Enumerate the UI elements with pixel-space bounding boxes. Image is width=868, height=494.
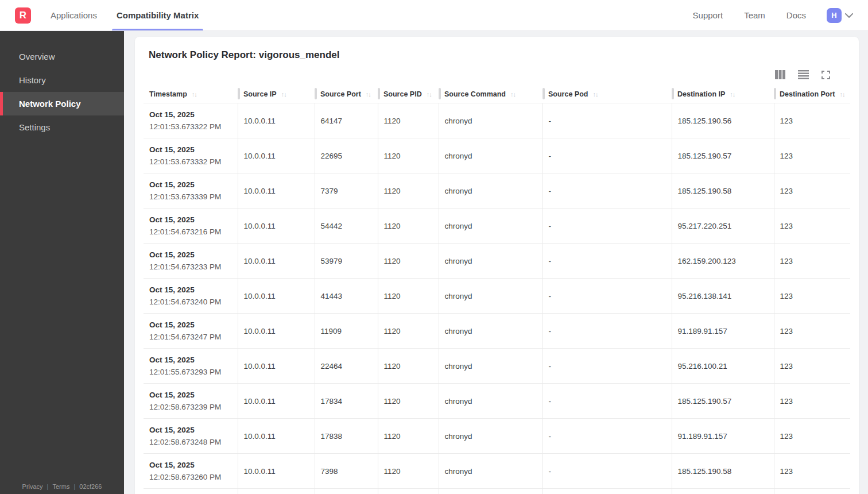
column-resize-handle[interactable] [542, 88, 545, 99]
column-resize-handle[interactable] [774, 88, 776, 99]
timestamp-time: 12:01:54.673233 PM [149, 261, 233, 273]
cell-timestamp: Oct 15, 202512:01:55.673293 PM [144, 349, 238, 384]
cell-timestamp: Oct 15, 202512:01:53.673339 PM [144, 173, 238, 209]
nav-link-support[interactable]: Support [693, 10, 723, 20]
cell-source-command: chronyd [439, 138, 542, 173]
build-id: 02cf266 [79, 483, 102, 490]
column-resize-handle[interactable] [378, 88, 380, 99]
column-resize-handle[interactable] [315, 88, 317, 99]
column-resize-handle[interactable] [672, 88, 674, 99]
primary-tabs: Applications Compatibility Matrix [51, 0, 218, 30]
cell-source-ip: 10.0.0.11 [238, 244, 315, 279]
timestamp-date: Oct 15, 2025 [149, 214, 233, 226]
cell-source-port: 17838 [315, 419, 378, 454]
column-resize-handle[interactable] [238, 88, 240, 99]
cell-source-port: 22695 [315, 138, 378, 173]
cell-timestamp: Oct 15, 202512:01:54.673247 PM [144, 314, 238, 349]
column-label: Source Port [320, 90, 361, 98]
column-label: Timestamp [149, 90, 187, 98]
columns-view-icon[interactable] [775, 70, 785, 79]
column-label: Source IP [243, 90, 277, 98]
cell-source-port: 17834 [315, 384, 378, 419]
column-header-source-pod[interactable]: Source Pod↑↓ [542, 87, 672, 103]
cell-destination-ip: 185.125.190.58 [672, 454, 774, 489]
cell-timestamp: Oct 15, 202512:02:58.673260 PM [144, 454, 238, 489]
sidebar-item-settings[interactable]: Settings [0, 115, 124, 139]
column-header-source-port[interactable]: Source Port↑↓ [315, 87, 378, 103]
sort-icon[interactable]: ↑↓ [840, 91, 845, 98]
footer-divider: | [73, 483, 75, 490]
cell-source-command: chronyd [439, 314, 542, 349]
sort-icon[interactable]: ↑↓ [192, 91, 197, 98]
avatar[interactable]: H [827, 8, 842, 23]
cell-source-port: 7398 [315, 454, 378, 489]
cell-source-port: 64147 [315, 103, 378, 138]
sort-icon[interactable]: ↑↓ [366, 91, 371, 98]
cell-source-pid: 1120 [378, 244, 439, 279]
cell-destination-port: 123 [774, 138, 850, 173]
cell-source-port: 54442 [315, 209, 378, 244]
tab-applications[interactable]: Applications [51, 0, 97, 30]
cell-timestamp: Oct 15, 202512:01:54.673233 PM [144, 244, 238, 279]
cell-timestamp: Oct 15, 202512:01:54.673216 PM [144, 209, 238, 244]
cell-source-ip: 10.0.0.11 [238, 384, 315, 419]
column-header-source-pid[interactable]: Source PID↑↓ [378, 87, 439, 103]
cell-source-ip: 10.0.0.11 [238, 103, 315, 138]
sort-icon[interactable]: ↑↓ [427, 91, 432, 98]
sidebar-item-overview[interactable]: Overview [0, 45, 124, 68]
page-title: Network Policy Report: vigorous_mendel [144, 49, 850, 61]
timestamp-date: Oct 15, 2025 [149, 144, 233, 156]
cell-source-pid: 1120 [378, 384, 439, 419]
sort-icon[interactable]: ↑↓ [730, 91, 735, 98]
cell-source-port: 53979 [315, 244, 378, 279]
sort-icon[interactable]: ↑↓ [592, 91, 598, 98]
cell-source-ip: 10.0.0.11 [238, 209, 315, 244]
cell-source-pid: 1120 [378, 103, 439, 138]
cell-source-command: chronyd [439, 349, 542, 384]
cell-source-pod: - [542, 384, 672, 419]
table-header-row: Timestamp↑↓Source IP↑↓Source Port↑↓Sourc… [144, 87, 850, 103]
cell-destination-ip: 162.159.200.123 [672, 244, 774, 279]
cell-source-command: chronyd [439, 454, 542, 489]
cell-destination-ip: 185.125.190.57 [672, 138, 774, 173]
cell-timestamp: Oct 15, 202512:01:53.673332 PM [144, 138, 238, 173]
nav-link-docs[interactable]: Docs [786, 10, 806, 20]
cell-source-pod: - [542, 103, 672, 138]
nav-link-team[interactable]: Team [744, 10, 765, 20]
cell-timestamp: Oct 15, 202512:02:58.673239 PM [144, 384, 238, 419]
column-header-source-command[interactable]: Source Command↑↓ [439, 87, 542, 103]
timestamp-date: Oct 15, 2025 [149, 354, 233, 366]
column-resize-handle[interactable] [439, 88, 441, 99]
list-view-icon[interactable] [798, 70, 809, 79]
cell-source-pid: 1120 [378, 419, 439, 454]
sidebar-item-history[interactable]: History [0, 68, 124, 92]
app-logo[interactable]: R [15, 7, 31, 24]
terms-link[interactable]: Terms [52, 483, 69, 490]
cell-destination-port: 123 [774, 419, 850, 454]
cell-source-command: chronyd [439, 384, 542, 419]
cell-destination-port: 123 [774, 349, 850, 384]
fullscreen-icon[interactable] [822, 71, 830, 79]
column-header-destination-port[interactable]: Destination Port↑↓ [774, 87, 850, 103]
cell-source-pod: - [542, 173, 672, 209]
column-header-destination-ip[interactable]: Destination IP↑↓ [672, 87, 774, 103]
cell-destination-port: 123 [774, 489, 850, 494]
network-policy-table: Timestamp↑↓Source IP↑↓Source Port↑↓Sourc… [144, 87, 850, 494]
main-content: Network Policy Report: vigorous_mendel [124, 31, 868, 494]
privacy-link[interactable]: Privacy [22, 483, 43, 490]
sidebar-item-network-policy[interactable]: Network Policy [0, 92, 124, 115]
cell-source-command: chronyd [439, 209, 542, 244]
cell-source-pid: 1120 [378, 489, 439, 494]
column-header-timestamp[interactable]: Timestamp↑↓ [144, 87, 238, 103]
sort-icon[interactable]: ↑↓ [510, 91, 516, 98]
tab-compatibility-matrix[interactable]: Compatibility Matrix [117, 0, 199, 30]
column-label: Destination IP [677, 90, 725, 98]
column-label: Destination Port [780, 90, 835, 98]
table-row: Oct 15, 202512:01:54.673216 PM10.0.0.115… [144, 209, 850, 244]
table-row: Oct 15, 202512:01:53.673339 PM10.0.0.117… [144, 173, 850, 209]
sort-icon[interactable]: ↑↓ [281, 91, 286, 98]
chevron-down-icon[interactable] [845, 13, 853, 18]
column-header-source-ip[interactable]: Source IP↑↓ [238, 87, 315, 103]
navbar-right: Support Team Docs H [672, 0, 853, 30]
cell-source-ip: 10.0.0.11 [238, 419, 315, 454]
